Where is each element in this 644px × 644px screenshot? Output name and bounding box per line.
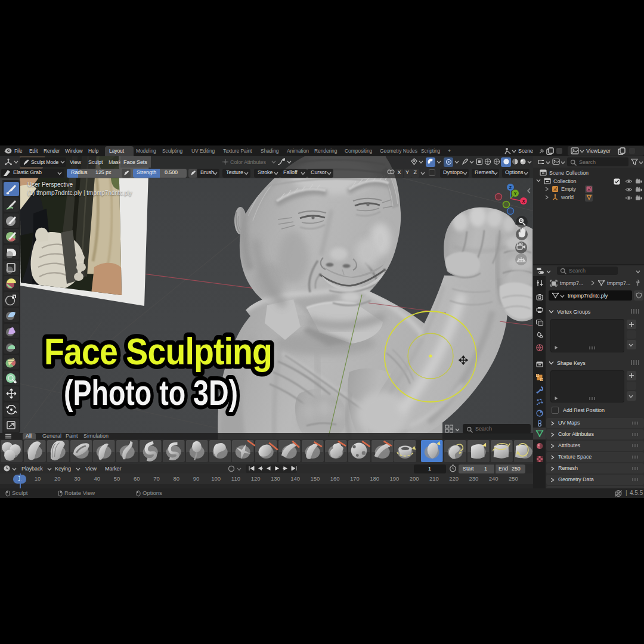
svg-text:X: X (522, 199, 525, 203)
svg-text:Y: Y (514, 191, 517, 196)
svg-text:Face Sculpting: Face Sculpting (44, 330, 272, 372)
svg-text:Z: Z (509, 185, 512, 190)
svg-text:(Photo to 3D): (Photo to 3D) (64, 373, 238, 413)
